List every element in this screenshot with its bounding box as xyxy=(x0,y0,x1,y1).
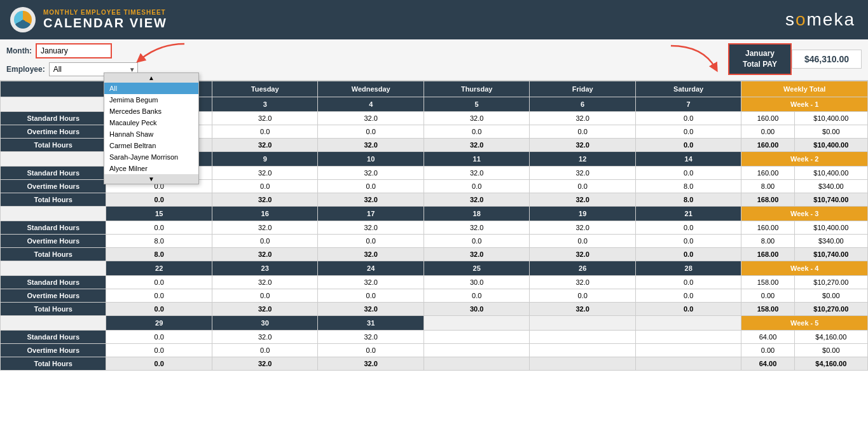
total-pay-section: January Total PAY $46,310.00 xyxy=(728,43,862,75)
week5-total-row: Total Hours 0.0 32.0 32.0 64.00 $4,160.0… xyxy=(1,357,868,371)
week5-empty2 xyxy=(424,316,529,331)
week1-tot-fri: 32.0 xyxy=(530,139,635,152)
week2-empty xyxy=(1,152,106,167)
week1-overtime-label: Overtime Hours xyxy=(1,125,106,139)
brand-name: someka xyxy=(785,10,855,30)
week1-wed-date: 4 xyxy=(318,97,424,112)
week2-tue-date: 9 xyxy=(212,152,317,167)
week5-overtime-row: Overtime Hours 0.0 0.0 0.0 0.00 $0.00 xyxy=(1,344,868,357)
week2-label: Week - 2 xyxy=(741,152,868,167)
week4-empty xyxy=(1,261,106,276)
week2-std-fri: 32.0 xyxy=(530,167,635,180)
week1-ot-sat: 0.0 xyxy=(635,125,741,139)
dropdown-item-hannah[interactable]: Hannah Shaw xyxy=(104,128,198,140)
week1-std-tue: 32.0 xyxy=(212,112,317,125)
week2-ot-tue: 0.0 xyxy=(212,180,317,193)
dropdown-item-jemima[interactable]: Jemima Begum xyxy=(104,94,198,106)
logo-icon xyxy=(14,11,32,29)
weekly-total-header: Weekly Total xyxy=(741,81,868,97)
week4-standard-label: Standard Hours xyxy=(1,276,106,289)
week3-mon-date: 15 xyxy=(106,207,212,221)
week2-std-thu: 32.0 xyxy=(424,167,529,180)
week3-std-sat: 0.0 xyxy=(635,221,741,235)
month-input[interactable] xyxy=(36,43,112,58)
week4-std-sum-p: $10,270.00 xyxy=(794,276,867,289)
week3-ot-mon: 8.0 xyxy=(106,235,212,248)
header-subtitle: MONTHLY EMPLOYEE TIMESHEET xyxy=(43,9,167,16)
week5-wed-date: 31 xyxy=(318,316,424,331)
saturday-header: Saturday xyxy=(635,81,741,97)
dropdown-item-mercedes[interactable]: Mercedes Banks xyxy=(104,106,198,117)
week3-wed-date: 17 xyxy=(318,207,424,221)
week3-ot-thu: 0.0 xyxy=(424,235,529,248)
top-header: MONTHLY EMPLOYEE TIMESHEET CALENDAR VIEW… xyxy=(0,0,868,39)
week1-tot-tue: 32.0 xyxy=(212,139,317,152)
week5-tot-sum-p: $4,160.00 xyxy=(794,357,867,371)
week4-sat-date: 28 xyxy=(635,261,741,276)
week2-tot-sat: 8.0 xyxy=(635,193,741,207)
week3-ot-wed: 0.0 xyxy=(318,235,424,248)
month-field-group: Month: xyxy=(6,43,138,58)
week1-ot-wed: 0.0 xyxy=(318,125,424,139)
week4-total-row: Total Hours 0.0 32.0 32.0 30.0 32.0 0.0 … xyxy=(1,303,868,316)
week2-ot-sum-p: $340.00 xyxy=(794,180,867,193)
week2-std-tue: 32.0 xyxy=(212,167,317,180)
dropdown-item-all[interactable]: All xyxy=(104,83,198,94)
week2-overtime-label: Overtime Hours xyxy=(1,180,106,193)
total-pay-label: January Total PAY xyxy=(728,43,792,75)
week5-ot-sum-p: $0.00 xyxy=(794,344,867,357)
dropdown-item-sarah[interactable]: Sarah-Jayne Morrison xyxy=(104,151,198,163)
week5-label: Week - 5 xyxy=(741,316,868,331)
wednesday-header: Wednesday xyxy=(318,81,424,97)
week4-std-mon: 0.0 xyxy=(106,276,212,289)
week4-tot-sum-h: 158.00 xyxy=(741,303,794,316)
week1-ot-fri: 0.0 xyxy=(530,125,635,139)
week5-total-label: Total Hours xyxy=(1,357,106,371)
week3-empty xyxy=(1,207,106,221)
week1-standard-label: Standard Hours xyxy=(1,112,106,125)
week4-date-row: 22 23 24 25 26 28 Week - 4 xyxy=(1,261,868,276)
dropdown-scroll-up[interactable]: ▲ xyxy=(104,73,198,83)
week3-tue-date: 16 xyxy=(212,207,317,221)
week4-tue-date: 23 xyxy=(212,261,317,276)
dropdown-item-alyce[interactable]: Alyce Milner xyxy=(104,163,198,174)
week5-tot-mon: 0.0 xyxy=(106,357,212,371)
week2-tot-mon: 0.0 xyxy=(106,193,212,207)
week5-tot-empty1 xyxy=(424,357,529,371)
week2-ot-sum-h: 8.00 xyxy=(741,180,794,193)
week1-std-sat: 0.0 xyxy=(635,112,741,125)
week5-std-mon: 0.0 xyxy=(106,331,212,344)
week4-fri-date: 26 xyxy=(530,261,635,276)
employee-dropdown-list[interactable]: ▲ All Jemima Begum Mercedes Banks Macaul… xyxy=(104,72,199,184)
week4-ot-mon: 0.0 xyxy=(106,289,212,303)
dropdown-scroll-down[interactable]: ▼ xyxy=(104,174,198,184)
week5-standard-row: Standard Hours 0.0 32.0 32.0 64.00 $4,16… xyxy=(1,331,868,344)
week4-std-wed: 32.0 xyxy=(318,276,424,289)
week4-std-sat: 0.0 xyxy=(635,276,741,289)
week5-overtime-label: Overtime Hours xyxy=(1,344,106,357)
dropdown-item-carmel[interactable]: Carmel Beltran xyxy=(104,140,198,151)
logo-circle xyxy=(10,7,36,32)
week3-tot-sum-p: $10,740.00 xyxy=(794,248,867,261)
week2-tot-sum-h: 168.00 xyxy=(741,193,794,207)
week1-sat-date: 7 xyxy=(635,97,741,112)
week5-mon-date: 29 xyxy=(106,316,212,331)
dropdown-item-macauley[interactable]: Macauley Peck xyxy=(104,117,198,128)
week2-std-sum-h: 160.00 xyxy=(741,167,794,180)
week4-std-fri: 32.0 xyxy=(530,276,635,289)
week3-standard-row: Standard Hours 0.0 32.0 32.0 32.0 32.0 0… xyxy=(1,221,868,235)
week4-overtime-label: Overtime Hours xyxy=(1,289,106,303)
week1-std-fri: 32.0 xyxy=(530,112,635,125)
week3-sat-date: 21 xyxy=(635,207,741,221)
week4-tot-sum-p: $10,270.00 xyxy=(794,303,867,316)
week4-ot-sat: 0.0 xyxy=(635,289,741,303)
controls-row: Month: Employee: ▼ ▲ All Jemima Begum Me… xyxy=(0,39,868,81)
header-title: CALENDAR VIEW xyxy=(43,16,167,31)
tuesday-header: Tuesday xyxy=(212,81,317,97)
week4-wed-date: 24 xyxy=(318,261,424,276)
week1-ot-thu: 0.0 xyxy=(424,125,529,139)
week5-ot-tue: 0.0 xyxy=(212,344,317,357)
week2-fri-date: 12 xyxy=(530,152,635,167)
week2-tot-sum-p: $10,740.00 xyxy=(794,193,867,207)
week3-total-label: Total Hours xyxy=(1,248,106,261)
